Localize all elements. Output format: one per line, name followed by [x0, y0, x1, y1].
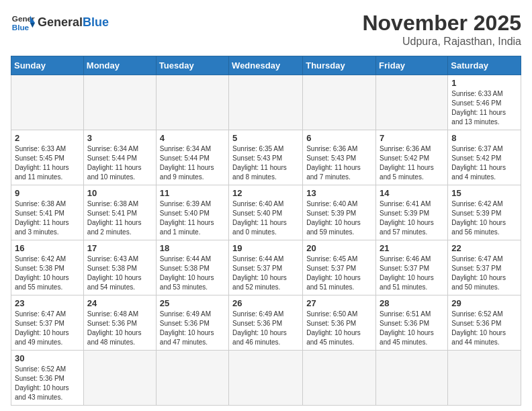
calendar-cell — [11, 75, 84, 130]
calendar-cell: 6Sunrise: 6:36 AM Sunset: 5:43 PM Daylig… — [303, 130, 376, 185]
calendar-cell: 28Sunrise: 6:51 AM Sunset: 5:36 PM Dayli… — [376, 295, 448, 351]
day-number: 6 — [306, 133, 372, 143]
calendar-cell: 4Sunrise: 6:34 AM Sunset: 5:44 PM Daylig… — [156, 130, 228, 185]
month-title: November 2025 — [362, 11, 521, 36]
calendar-week-row: 1Sunrise: 6:33 AM Sunset: 5:46 PM Daylig… — [11, 75, 521, 130]
day-info: Sunrise: 6:33 AM Sunset: 5:46 PM Dayligh… — [451, 89, 517, 127]
day-header-monday: Monday — [83, 56, 156, 75]
day-number: 22 — [451, 243, 517, 253]
day-info: Sunrise: 6:36 AM Sunset: 5:42 PM Dayligh… — [380, 144, 444, 182]
day-header-sunday: Sunday — [11, 56, 84, 75]
calendar-cell — [229, 75, 303, 130]
calendar-table: SundayMondayTuesdayWednesdayThursdayFrid… — [11, 56, 521, 406]
day-info: Sunrise: 6:34 AM Sunset: 5:44 PM Dayligh… — [87, 144, 152, 182]
day-number: 17 — [87, 243, 152, 253]
calendar-cell — [229, 351, 303, 406]
calendar-cell: 26Sunrise: 6:49 AM Sunset: 5:36 PM Dayli… — [229, 295, 303, 351]
calendar-cell: 24Sunrise: 6:48 AM Sunset: 5:36 PM Dayli… — [83, 295, 156, 351]
calendar-header-row: SundayMondayTuesdayWednesdayThursdayFrid… — [11, 56, 521, 75]
day-info: Sunrise: 6:43 AM Sunset: 5:38 PM Dayligh… — [87, 255, 152, 292]
day-number: 9 — [15, 188, 80, 198]
day-number: 2 — [15, 133, 80, 143]
day-number: 11 — [160, 188, 225, 198]
day-info: Sunrise: 6:47 AM Sunset: 5:37 PM Dayligh… — [15, 310, 80, 347]
calendar-cell — [376, 351, 448, 406]
day-info: Sunrise: 6:52 AM Sunset: 5:36 PM Dayligh… — [15, 365, 80, 402]
calendar-cell: 25Sunrise: 6:49 AM Sunset: 5:36 PM Dayli… — [156, 295, 228, 351]
calendar-week-row: 9Sunrise: 6:38 AM Sunset: 5:41 PM Daylig… — [11, 185, 521, 240]
day-info: Sunrise: 6:46 AM Sunset: 5:37 PM Dayligh… — [380, 255, 444, 292]
calendar-cell — [156, 75, 228, 130]
day-info: Sunrise: 6:44 AM Sunset: 5:37 PM Dayligh… — [232, 255, 299, 292]
day-header-wednesday: Wednesday — [229, 56, 303, 75]
day-number: 19 — [232, 243, 299, 253]
calendar-cell — [83, 351, 156, 406]
day-number: 4 — [160, 133, 225, 143]
day-number: 21 — [380, 243, 444, 253]
day-number: 15 — [451, 188, 517, 198]
day-info: Sunrise: 6:33 AM Sunset: 5:45 PM Dayligh… — [15, 144, 80, 182]
day-number: 24 — [87, 298, 152, 308]
calendar-cell — [83, 75, 156, 130]
day-info: Sunrise: 6:49 AM Sunset: 5:36 PM Dayligh… — [160, 310, 225, 347]
page-header: General Blue GeneralBlue November 2025 U… — [11, 11, 521, 48]
calendar-cell: 5Sunrise: 6:35 AM Sunset: 5:43 PM Daylig… — [229, 130, 303, 185]
day-number: 3 — [87, 133, 152, 143]
day-number: 8 — [451, 133, 517, 143]
calendar-cell: 21Sunrise: 6:46 AM Sunset: 5:37 PM Dayli… — [376, 240, 448, 295]
calendar-cell: 16Sunrise: 6:42 AM Sunset: 5:38 PM Dayli… — [11, 240, 84, 295]
day-number: 1 — [451, 78, 517, 88]
day-info: Sunrise: 6:48 AM Sunset: 5:36 PM Dayligh… — [87, 310, 152, 347]
logo-text: GeneralBlue — [38, 16, 109, 30]
calendar-cell: 9Sunrise: 6:38 AM Sunset: 5:41 PM Daylig… — [11, 185, 84, 240]
calendar-cell: 30Sunrise: 6:52 AM Sunset: 5:36 PM Dayli… — [11, 351, 84, 406]
calendar-cell — [156, 351, 228, 406]
calendar-cell: 13Sunrise: 6:40 AM Sunset: 5:39 PM Dayli… — [303, 185, 376, 240]
calendar-cell: 17Sunrise: 6:43 AM Sunset: 5:38 PM Dayli… — [83, 240, 156, 295]
day-info: Sunrise: 6:51 AM Sunset: 5:36 PM Dayligh… — [380, 310, 444, 347]
day-number: 10 — [87, 188, 152, 198]
calendar-cell: 22Sunrise: 6:47 AM Sunset: 5:37 PM Dayli… — [448, 240, 521, 295]
day-info: Sunrise: 6:36 AM Sunset: 5:43 PM Dayligh… — [306, 144, 372, 182]
day-info: Sunrise: 6:47 AM Sunset: 5:37 PM Dayligh… — [451, 255, 517, 292]
day-number: 16 — [15, 243, 80, 253]
day-info: Sunrise: 6:41 AM Sunset: 5:39 PM Dayligh… — [380, 199, 444, 237]
calendar-cell: 7Sunrise: 6:36 AM Sunset: 5:42 PM Daylig… — [376, 130, 448, 185]
calendar-cell — [376, 75, 448, 130]
calendar-cell: 3Sunrise: 6:34 AM Sunset: 5:44 PM Daylig… — [83, 130, 156, 185]
day-info: Sunrise: 6:44 AM Sunset: 5:38 PM Dayligh… — [160, 255, 225, 292]
calendar-cell: 2Sunrise: 6:33 AM Sunset: 5:45 PM Daylig… — [11, 130, 84, 185]
calendar-cell: 14Sunrise: 6:41 AM Sunset: 5:39 PM Dayli… — [376, 185, 448, 240]
day-info: Sunrise: 6:39 AM Sunset: 5:40 PM Dayligh… — [160, 199, 225, 237]
day-header-friday: Friday — [376, 56, 448, 75]
calendar-cell: 11Sunrise: 6:39 AM Sunset: 5:40 PM Dayli… — [156, 185, 228, 240]
title-block: November 2025 Udpura, Rajasthan, India — [362, 11, 521, 48]
day-info: Sunrise: 6:35 AM Sunset: 5:43 PM Dayligh… — [232, 144, 299, 182]
day-info: Sunrise: 6:40 AM Sunset: 5:40 PM Dayligh… — [232, 199, 299, 237]
calendar-cell: 15Sunrise: 6:42 AM Sunset: 5:39 PM Dayli… — [448, 185, 521, 240]
location: Udpura, Rajasthan, India — [362, 36, 521, 48]
day-info: Sunrise: 6:45 AM Sunset: 5:37 PM Dayligh… — [306, 255, 372, 292]
day-info: Sunrise: 6:49 AM Sunset: 5:36 PM Dayligh… — [232, 310, 299, 347]
logo: General Blue GeneralBlue — [11, 11, 109, 35]
day-number: 18 — [160, 243, 225, 253]
calendar-cell: 10Sunrise: 6:38 AM Sunset: 5:41 PM Dayli… — [83, 185, 156, 240]
calendar-week-row: 2Sunrise: 6:33 AM Sunset: 5:45 PM Daylig… — [11, 130, 521, 185]
day-info: Sunrise: 6:50 AM Sunset: 5:36 PM Dayligh… — [306, 310, 372, 347]
day-header-thursday: Thursday — [303, 56, 376, 75]
calendar-cell: 18Sunrise: 6:44 AM Sunset: 5:38 PM Dayli… — [156, 240, 228, 295]
day-info: Sunrise: 6:42 AM Sunset: 5:38 PM Dayligh… — [15, 255, 80, 292]
day-info: Sunrise: 6:34 AM Sunset: 5:44 PM Dayligh… — [160, 144, 225, 182]
day-number: 20 — [306, 243, 372, 253]
day-info: Sunrise: 6:37 AM Sunset: 5:42 PM Dayligh… — [451, 144, 517, 182]
day-info: Sunrise: 6:42 AM Sunset: 5:39 PM Dayligh… — [451, 199, 517, 237]
day-number: 25 — [160, 298, 225, 308]
calendar-cell: 8Sunrise: 6:37 AM Sunset: 5:42 PM Daylig… — [448, 130, 521, 185]
day-number: 28 — [380, 298, 444, 308]
calendar-cell: 19Sunrise: 6:44 AM Sunset: 5:37 PM Dayli… — [229, 240, 303, 295]
day-info: Sunrise: 6:38 AM Sunset: 5:41 PM Dayligh… — [15, 199, 80, 237]
day-number: 23 — [15, 298, 80, 308]
day-number: 14 — [380, 188, 444, 198]
day-header-tuesday: Tuesday — [156, 56, 228, 75]
day-info: Sunrise: 6:38 AM Sunset: 5:41 PM Dayligh… — [87, 199, 152, 237]
